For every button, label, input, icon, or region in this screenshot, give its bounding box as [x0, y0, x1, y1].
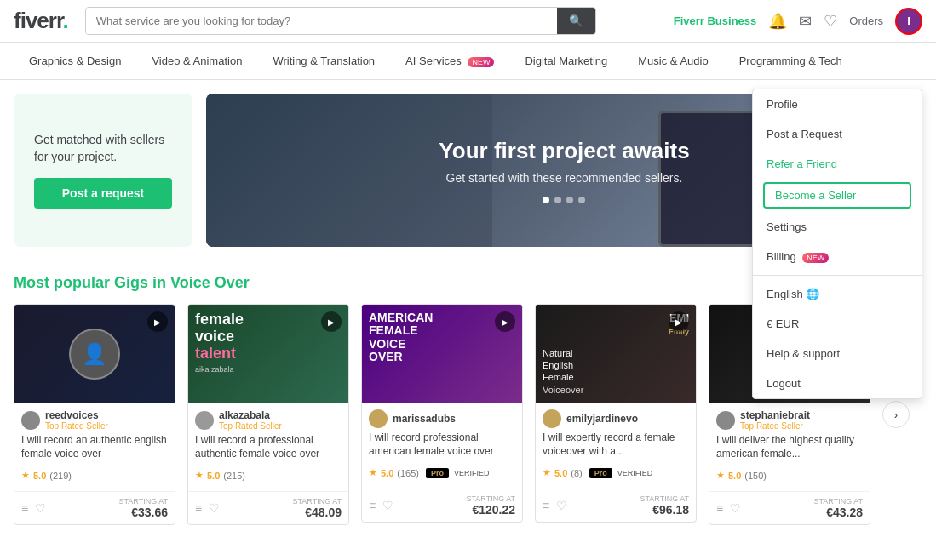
nav-writing-translation[interactable]: Writing & Translation — [257, 43, 390, 79]
dropdown-billing[interactable]: Billing NEW — [753, 242, 922, 271]
gig-card-2[interactable]: femalevoicetalent aika zabala ▶ alkazaba… — [187, 304, 349, 525]
orders-link[interactable]: Orders — [849, 14, 883, 27]
message-icon[interactable]: ✉ — [799, 12, 812, 31]
starting-label-2: STARTING AT — [292, 497, 342, 506]
price-block-5: STARTING AT €43.28 — [813, 497, 863, 519]
nav-ai-services[interactable]: AI Services NEW — [390, 43, 509, 79]
price-5: €43.28 — [813, 506, 863, 519]
price-block-1: STARTING AT €33.66 — [118, 497, 168, 519]
next-arrow[interactable]: › — [882, 401, 910, 428]
gig-thumb-1: 👤 ▶ — [14, 305, 175, 403]
footer-icons-1: ≡ ♡ — [21, 501, 46, 515]
gig-card-1[interactable]: 👤 ▶ reedvoices Top Rated Seller I will r… — [14, 304, 175, 525]
starting-label-1: STARTING AT — [118, 497, 168, 506]
stars-4: ★ — [543, 467, 551, 478]
rating-5: 5.0 — [728, 471, 741, 481]
pro-badge-3: Pro — [426, 468, 449, 478]
header-right: Fiverr Business 🔔 ✉ ♡ Orders I — [674, 8, 922, 35]
search-input[interactable] — [86, 8, 557, 34]
gig-title-3: I will record professional american fema… — [369, 431, 515, 462]
options-icon-1[interactable]: ≡ — [21, 501, 28, 515]
footer-icons-3: ≡ ♡ — [369, 499, 393, 512]
verified-3: VERIFIED — [454, 469, 490, 477]
gig-footer-3: ≡ ♡ STARTING AT €120.22 — [362, 489, 522, 522]
favorite-icon-4[interactable]: ♡ — [556, 499, 567, 512]
play-icon-4[interactable]: ▶ — [669, 311, 689, 332]
hero-title: Your first project awaits — [439, 138, 689, 164]
dropdown-menu: Profile Post a Request Refer a Friend Be… — [752, 89, 922, 399]
seller-row-1: reedvoices Top Rated Seller — [21, 409, 168, 431]
verified-4: VERIFIED — [617, 469, 653, 477]
dropdown-profile[interactable]: Profile — [753, 89, 922, 119]
favorite-icon-5[interactable]: ♡ — [730, 501, 741, 515]
gig-title-2: I will record a professional authentic f… — [195, 434, 342, 465]
dot-1[interactable] — [543, 197, 549, 203]
gig-footer-1: ≡ ♡ STARTING AT €33.66 — [14, 491, 175, 524]
hero-left-text: Get matched with sellers for your projec… — [34, 132, 172, 165]
favorite-icon-1[interactable]: ♡ — [35, 501, 46, 515]
reviews-4: (8) — [571, 468, 582, 478]
nav-video-animation[interactable]: Video & Animation — [136, 43, 257, 79]
seller-badge-2: Top Rated Seller — [219, 421, 282, 431]
dropdown-become-seller[interactable]: Become a Seller — [763, 182, 911, 209]
play-icon-1[interactable]: ▶ — [147, 311, 168, 332]
rating-4: 5.0 — [554, 468, 567, 478]
dropdown-logout[interactable]: Logout — [753, 369, 922, 398]
notification-icon[interactable]: 🔔 — [768, 12, 787, 31]
dropdown-english[interactable]: English 🌐 — [753, 279, 922, 309]
gig-info-5: stephaniebrait Top Rated Seller I will d… — [709, 403, 870, 488]
post-request-button[interactable]: Post a request — [34, 178, 172, 209]
seller-name-5: stephaniebrait Top Rated Seller — [740, 409, 810, 431]
gig-footer-5: ≡ ♡ STARTING AT €43.28 — [709, 491, 870, 524]
gig-card-4[interactable]: EMIEmily NaturalEnglishFemaleVoiceover ▶… — [535, 304, 697, 523]
fiverr-business-link[interactable]: Fiverr Business — [674, 14, 757, 27]
logo[interactable]: fiverr. — [14, 8, 68, 34]
favorite-icon-3[interactable]: ♡ — [382, 499, 393, 512]
dropdown-post-request[interactable]: Post a Request — [753, 119, 922, 149]
seller-avatar-5 — [716, 411, 735, 430]
search-bar: 🔍 — [85, 7, 596, 35]
dropdown-settings[interactable]: Settings — [753, 212, 922, 242]
price-4: €96.18 — [640, 503, 689, 517]
hero-subtitle: Get started with these recommended selle… — [439, 171, 689, 185]
seller-name-4: emilyjardinevo — [566, 413, 638, 425]
options-icon-2[interactable]: ≡ — [195, 501, 202, 515]
favorite-icon-2[interactable]: ♡ — [209, 501, 220, 515]
gig-info-1: reedvoices Top Rated Seller I will recor… — [14, 403, 175, 488]
gig-thumb-3: AMERICANFEMALEVOICEOVER ▶ — [362, 305, 522, 403]
gig-thumb-4: EMIEmily NaturalEnglishFemaleVoiceover ▶ — [536, 305, 696, 403]
dot-4[interactable] — [578, 197, 585, 203]
avatar[interactable]: I — [895, 8, 922, 35]
rating-row-1: ★ 5.0 (219) — [21, 470, 168, 481]
nav-graphics-design[interactable]: Graphics & Design — [14, 43, 136, 79]
seller-badge-5: Top Rated Seller — [740, 421, 810, 431]
hero-dots — [439, 197, 689, 203]
nav-music-audio[interactable]: Music & Audio — [623, 43, 723, 79]
options-icon-3[interactable]: ≡ — [369, 499, 376, 512]
favorites-icon[interactable]: ♡ — [824, 12, 837, 31]
rating-row-2: ★ 5.0 (215) — [195, 470, 342, 481]
starting-label-4: STARTING AT — [640, 494, 689, 503]
gig-card-3[interactable]: AMERICANFEMALEVOICEOVER ▶ marissadubs I … — [361, 304, 523, 523]
search-button[interactable]: 🔍 — [557, 8, 595, 34]
gig-info-3: marissadubs I will record professional a… — [362, 403, 522, 485]
dot-3[interactable] — [566, 197, 573, 203]
dot-2[interactable] — [554, 197, 561, 203]
dropdown-help[interactable]: Help & support — [753, 339, 922, 369]
play-icon-2[interactable]: ▶ — [321, 311, 342, 332]
reviews-5: (150) — [744, 471, 767, 481]
seller-name-3: marissadubs — [393, 413, 456, 425]
dropdown-refer-friend[interactable]: Refer a Friend — [753, 149, 922, 179]
options-icon-5[interactable]: ≡ — [716, 501, 723, 515]
options-icon-4[interactable]: ≡ — [543, 499, 549, 512]
dropdown-currency[interactable]: € EUR — [753, 309, 922, 339]
price-block-4: STARTING AT €96.18 — [640, 494, 689, 517]
nav-digital-marketing[interactable]: Digital Marketing — [509, 43, 623, 79]
stars-2: ★ — [195, 470, 204, 481]
nav-programming-tech[interactable]: Programming & Tech — [724, 43, 858, 79]
play-icon-3[interactable]: ▶ — [495, 311, 515, 332]
gig-footer-2: ≡ ♡ STARTING AT €48.09 — [188, 491, 348, 524]
reviews-2: (215) — [223, 471, 245, 481]
seller-avatar-2 — [195, 411, 214, 430]
rating-row-5: ★ 5.0 (150) — [716, 470, 863, 481]
